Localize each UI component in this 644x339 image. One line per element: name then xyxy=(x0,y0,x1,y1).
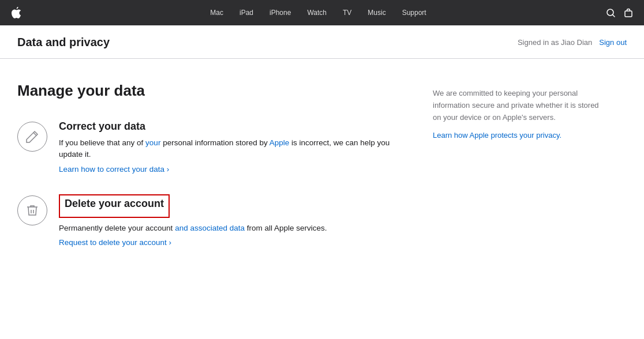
nav-item-tv[interactable]: TV xyxy=(335,0,360,25)
section-title: Manage your data xyxy=(17,82,410,100)
correct-data-link[interactable]: Learn how to correct your data › xyxy=(59,165,169,174)
header-right: Signed in as Jiao Dian Sign out xyxy=(518,38,627,47)
correct-content: Correct your data If you believe that an… xyxy=(59,120,410,174)
trash-icon xyxy=(25,204,39,217)
privacy-link[interactable]: Learn how Apple protects your privacy. xyxy=(433,131,561,140)
delete-content: Delete your account Permanently delete y… xyxy=(59,194,410,247)
sign-out-link[interactable]: Sign out xyxy=(599,38,627,47)
svg-rect-2 xyxy=(625,11,632,17)
delete-heading: Delete your account xyxy=(65,198,164,210)
apple-logo[interactable] xyxy=(12,7,21,18)
nav-item-mac[interactable]: Mac xyxy=(202,0,231,25)
nav-item-music[interactable]: Music xyxy=(360,0,394,25)
main-content: Manage your data Correct your data If yo… xyxy=(0,59,644,285)
search-button[interactable] xyxy=(606,9,615,17)
nav-item-ipad[interactable]: iPad xyxy=(231,0,261,25)
correct-data-item: Correct your data If you believe that an… xyxy=(17,120,410,174)
nav-items: Mac iPad iPhone Watch TV Music Support xyxy=(30,0,606,25)
delete-icon-circle xyxy=(17,195,47,225)
bag-button[interactable] xyxy=(624,8,632,17)
delete-desc-blue: and associated data xyxy=(175,224,245,232)
pencil-icon xyxy=(25,130,39,144)
left-column: Manage your data Correct your data If yo… xyxy=(17,82,410,268)
delete-desc: Permanently delete your account and asso… xyxy=(59,223,410,234)
main-nav: Mac iPad iPhone Watch TV Music Support xyxy=(0,0,644,25)
nav-item-watch[interactable]: Watch xyxy=(299,0,335,25)
nav-item-support[interactable]: Support xyxy=(394,0,435,25)
search-icon xyxy=(606,9,615,17)
page-title: Data and privacy xyxy=(17,36,110,49)
correct-icon-circle xyxy=(17,122,47,152)
svg-line-1 xyxy=(613,14,615,17)
page-header: Data and privacy Signed in as Jiao Dian … xyxy=(0,25,644,59)
right-column: We are committed to keeping your persona… xyxy=(433,82,606,268)
correct-desc: If you believe that any of your personal… xyxy=(59,137,410,161)
delete-heading-highlight: Delete your account xyxy=(59,194,170,218)
nav-icon-group xyxy=(606,8,632,17)
delete-account-item: Delete your account Permanently delete y… xyxy=(17,194,410,247)
bag-icon xyxy=(624,8,632,17)
correct-desc-blue2: Apple xyxy=(269,138,290,147)
correct-desc-blue1: your xyxy=(145,138,160,147)
privacy-text: We are committed to keeping your persona… xyxy=(433,88,606,123)
delete-account-link[interactable]: Request to delete your account › xyxy=(59,238,171,247)
correct-heading: Correct your data xyxy=(59,120,410,133)
signed-in-label: Signed in as Jiao Dian xyxy=(518,38,592,47)
nav-item-iphone[interactable]: iPhone xyxy=(261,0,299,25)
